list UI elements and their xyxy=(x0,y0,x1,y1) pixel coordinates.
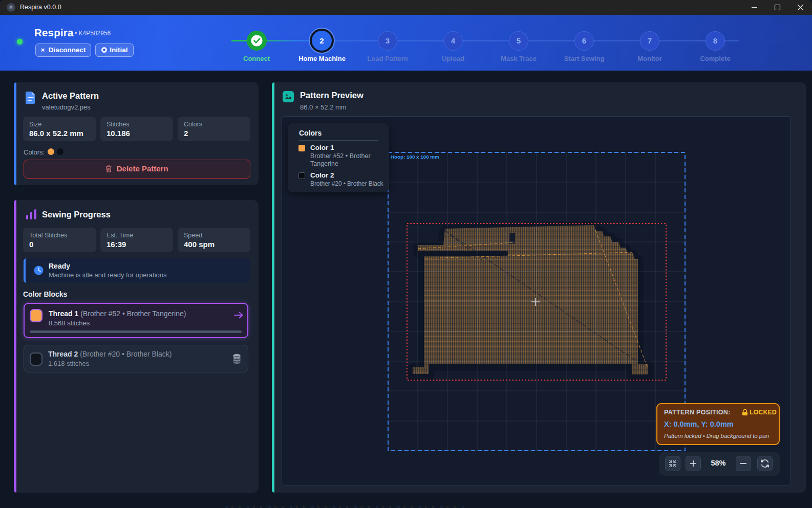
svg-text:Hoop: 100 x 100 mm: Hoop: 100 x 100 mm xyxy=(391,154,439,160)
